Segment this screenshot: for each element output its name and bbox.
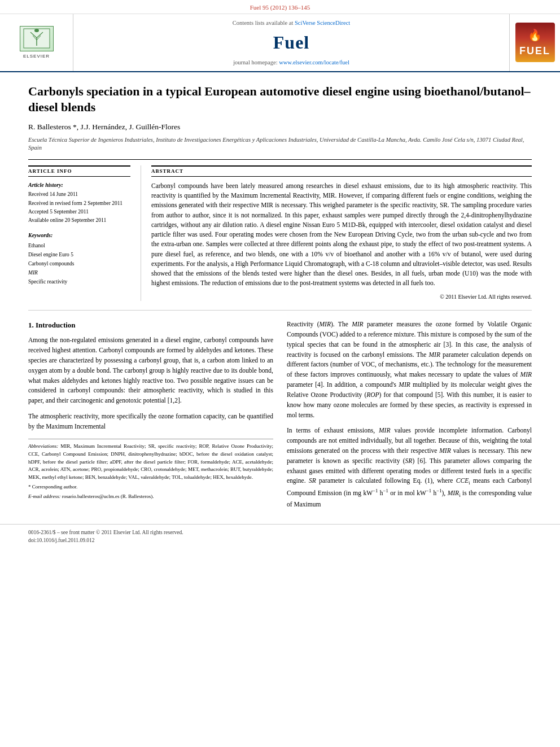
journal-citation: Fuel 95 (2012) 136–145 [250, 4, 310, 11]
keyword-ethanol: Ethanol [28, 241, 130, 250]
article-info-column: ARTICLE INFO Article history: Received 1… [28, 165, 141, 301]
body-content: 1. Introduction Among the non-regulated … [28, 320, 532, 515]
fuel-logo-section: 🔥 FUEL [509, 14, 560, 71]
abbreviations-footnote: Abbreviations: MIR, Maximum Incremental … [28, 443, 273, 482]
intro-para-1: Among the non-regulated emissions genera… [28, 335, 273, 406]
keyword-diesel-engine: Diesel engine Euro 5 [28, 250, 130, 259]
email-value: rosario.ballesteros@uclm.es (R. Balleste… [62, 493, 154, 499]
sciverse-link[interactable]: SciVerse ScienceDirect [295, 20, 350, 26]
corresponding-footnote: * Corresponding author. [28, 483, 273, 491]
footnotes: Abbreviations: MIR, Maximum Incremental … [28, 439, 273, 501]
homepage-link[interactable]: www.elsevier.com/locate/fuel [279, 59, 349, 65]
svg-point-6 [34, 29, 39, 32]
abbrev-text: MIR, Maximum Incremental Reactivity; SR,… [28, 443, 273, 480]
abbrev-label: Abbreviations: [28, 443, 58, 449]
elsevier-logo-section: ELSEVIER [0, 14, 73, 71]
intro-para-2: The atmospheric reactivity, more specifi… [28, 412, 273, 432]
article-authors: R. Ballesteros *, J.J. Hernández, J. Gui… [28, 121, 532, 133]
article-info-abstract: ARTICLE INFO Article history: Received 1… [28, 165, 532, 301]
article-dates: Received 14 June 2011 Received in revise… [28, 190, 130, 225]
email-label: E-mail address: [28, 493, 60, 499]
date-received: Received 14 June 2011 [28, 190, 130, 199]
section-divider [28, 310, 532, 311]
body-right-column: Reactivity (MIR). The MIR parameter meas… [287, 320, 532, 515]
fuel-logo-text: FUEL [519, 43, 550, 58]
top-citation-bar: Fuel 95 (2012) 136–145 [0, 0, 560, 14]
fuel-logo: 🔥 FUEL [515, 23, 555, 62]
date-online: Available online 20 September 2011 [28, 216, 130, 225]
keyword-mir: MIR [28, 268, 130, 277]
doi-line: doi:10.1016/j.fuel.2011.09.012 [28, 538, 95, 543]
date-revised: Received in revised form 2 September 201… [28, 199, 130, 208]
journal-header: ELSEVIER Contents lists available at Sci… [0, 14, 560, 72]
abstract-heading: ABSTRACT [151, 165, 532, 177]
issn-line: 0016-2361/$ – see front matter © 2011 El… [28, 530, 183, 535]
right-para-2: In terms of exhaust emissions, MIR value… [287, 426, 532, 509]
date-accepted: Accepted 5 September 2011 [28, 208, 130, 216]
article-history-block: Article history: Received 14 June 2011 R… [28, 181, 130, 225]
article-affiliation: Escuela Técnica Superior de Ingenieros I… [28, 136, 532, 152]
email-footnote: E-mail address: rosario.ballesteros@uclm… [28, 493, 273, 501]
elsevier-text: ELSEVIER [23, 53, 50, 60]
article-title-section: Carbonyls speciation in a typical Europe… [28, 72, 532, 160]
right-para-1: Reactivity (MIR). The MIR parameter meas… [287, 320, 532, 420]
elsevier-logo-image [20, 26, 54, 51]
copyright-line: © 2011 Elsevier Ltd. All rights reserved… [151, 293, 532, 302]
abstract-text: Carbonyl compounds have been lately meas… [151, 181, 532, 289]
keywords-block: Keywords: Ethanol Diesel engine Euro 5 C… [28, 231, 130, 286]
article-title: Carbonyls speciation in a typical Europe… [28, 84, 532, 116]
article-info-heading: ARTICLE INFO [28, 165, 130, 177]
abstract-column: ABSTRACT Carbonyl compounds have been la… [141, 165, 532, 301]
keywords-label: Keywords: [28, 231, 130, 240]
keyword-reactivity: Specific reactivity [28, 277, 130, 286]
article-content: Carbonyls speciation in a typical Europe… [0, 72, 560, 516]
journal-homepage: journal homepage: www.elsevier.com/locat… [233, 58, 349, 67]
flame-icon: 🔥 [528, 27, 542, 43]
sciverse-notice: Contents lists available at SciVerse Sci… [233, 19, 350, 27]
keyword-carbonyl: Carbonyl compounds [28, 259, 130, 268]
bottom-bar: 0016-2361/$ – see front matter © 2011 El… [0, 524, 560, 549]
body-left-column: 1. Introduction Among the non-regulated … [28, 320, 273, 515]
keywords-list: Ethanol Diesel engine Euro 5 Carbonyl co… [28, 241, 130, 287]
journal-title-header: Fuel [273, 29, 309, 55]
intro-heading: 1. Introduction [28, 320, 273, 331]
journal-center-header: Contents lists available at SciVerse Sci… [73, 14, 509, 71]
history-label: Article history: [28, 181, 130, 190]
